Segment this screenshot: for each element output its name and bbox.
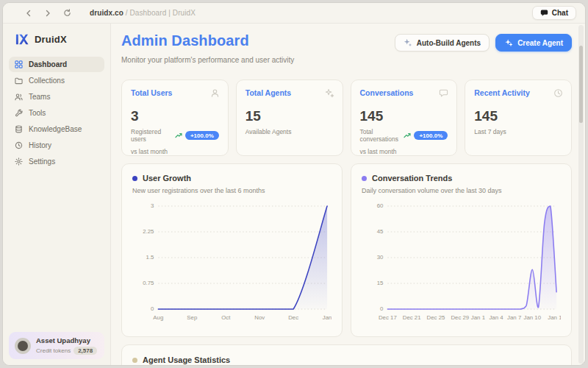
chat-button[interactable]: Chat xyxy=(532,6,576,20)
svg-text:30: 30 xyxy=(377,254,384,261)
stat-value: 3 xyxy=(131,108,219,124)
svg-text:Jan 4: Jan 4 xyxy=(489,314,503,321)
conversation-trends-card: Conversation Trends Daily conversation v… xyxy=(351,163,572,337)
forward-icon[interactable] xyxy=(38,10,57,17)
sidebar: DruidX Dashboard Collections Teams Too xyxy=(3,24,111,365)
svg-text:60: 60 xyxy=(377,202,384,209)
knowledgebase-icon xyxy=(15,125,23,133)
svg-text:Dec 25: Dec 25 xyxy=(427,314,445,321)
user-growth-title: User Growth xyxy=(143,174,191,183)
auto-build-agents-label: Auto-Build Agents xyxy=(417,39,481,47)
stat-value: 15 xyxy=(245,108,334,124)
conversation-trends-title: Conversation Trends xyxy=(372,174,452,183)
sidebar-item-tools[interactable]: Tools xyxy=(9,105,104,121)
breadcrumb-path: / Dashboard | DruidX xyxy=(123,9,196,17)
brand-name: DruidX xyxy=(35,34,67,45)
svg-text:0: 0 xyxy=(151,305,154,312)
svg-text:Jan: Jan xyxy=(323,314,331,321)
stat-sub: Total conversations xyxy=(360,128,401,143)
sidebar-item-collections[interactable]: Collections xyxy=(9,73,104,88)
dashboard-icon xyxy=(15,60,23,68)
svg-text:Jan 7: Jan 7 xyxy=(507,314,521,321)
svg-text:Oct: Oct xyxy=(221,314,231,321)
svg-text:15: 15 xyxy=(377,280,384,286)
breadcrumb-domain: druidx.co xyxy=(90,9,123,17)
charts-row: User Growth New user registrations over … xyxy=(121,163,572,337)
conversation-trends-subtitle: Daily conversation volume over the last … xyxy=(362,187,561,194)
breadcrumb: druidx.co / Dashboard | DruidX xyxy=(90,9,196,17)
svg-text:Jan 1: Jan 1 xyxy=(471,314,486,321)
stat-badge: +100.0% xyxy=(185,131,219,140)
svg-text:Sep: Sep xyxy=(187,314,198,321)
main-content: Admin Dashboard Monitor your platform's … xyxy=(111,24,585,365)
sidebar-item-label: History xyxy=(29,141,51,149)
agent-usage-card: Agent Usage Statistics xyxy=(121,344,572,365)
users-icon xyxy=(210,88,220,98)
stat-sub: Last 7 days xyxy=(474,128,562,135)
svg-text:0: 0 xyxy=(380,305,384,312)
sidebar-item-knowledgebase[interactable]: KnowledgeBase xyxy=(9,121,104,137)
create-agent-button[interactable]: Create Agent xyxy=(495,34,572,52)
svg-text:1.5: 1.5 xyxy=(146,254,154,261)
user-growth-subtitle: New user registrations over the last 6 m… xyxy=(132,187,331,194)
stat-card-total-agents: Total Agents 15 Available Agents xyxy=(236,79,343,156)
conversation-trends-chart: 015304560Dec 17Dec 21Dec 25Dec 29Jan 1Ja… xyxy=(362,199,561,325)
svg-text:Dec 17: Dec 17 xyxy=(379,314,397,321)
agent-usage-title: Agent Usage Statistics xyxy=(143,355,230,364)
sidebar-item-label: KnowledgeBase xyxy=(29,125,82,133)
scrollbar-track[interactable] xyxy=(578,25,584,364)
stat-value: 145 xyxy=(474,108,562,124)
sidebar-item-dashboard[interactable]: Dashboard xyxy=(9,57,104,72)
svg-text:2.25: 2.25 xyxy=(143,228,154,235)
page-subtitle: Monitor your platform's performance and … xyxy=(121,56,294,64)
user-card[interactable]: Asset Upadhyay Credit tokens 2,578 xyxy=(9,332,104,359)
settings-icon xyxy=(15,158,23,166)
svg-text:Dec 21: Dec 21 xyxy=(403,314,421,321)
svg-text:45: 45 xyxy=(377,228,384,235)
brand[interactable]: DruidX xyxy=(9,31,104,57)
sidebar-item-label: Settings xyxy=(29,158,55,166)
sidebar-item-history[interactable]: History xyxy=(9,138,104,153)
user-growth-chart: 00.751.52.253AugSepOctNovDecJan xyxy=(132,199,331,325)
svg-text:Dec 29: Dec 29 xyxy=(451,314,469,321)
chat-bubble-icon xyxy=(540,9,548,17)
teams-icon xyxy=(15,93,23,101)
svg-text:Dec: Dec xyxy=(288,314,298,321)
app-window: druidx.co / Dashboard | DruidX Chat Drui… xyxy=(2,2,586,366)
sidebar-menu: Dashboard Collections Teams Tools Knowle… xyxy=(9,57,104,169)
user-growth-dot xyxy=(132,176,137,181)
stat-title: Total Users xyxy=(131,88,219,97)
sidebar-item-settings[interactable]: Settings xyxy=(9,154,104,169)
auto-build-agents-button[interactable]: Auto-Build Agents xyxy=(395,34,490,52)
tools-icon xyxy=(15,109,23,117)
user-growth-card: User Growth New user registrations over … xyxy=(121,163,343,337)
credit-tokens-label: Credit tokens xyxy=(36,347,71,354)
scrollbar-thumb[interactable] xyxy=(579,46,583,123)
svg-text:Nov: Nov xyxy=(254,314,265,321)
refresh-icon[interactable] xyxy=(57,9,76,17)
stat-title: Conversations xyxy=(360,88,448,97)
stat-value: 145 xyxy=(360,108,448,124)
back-icon[interactable] xyxy=(19,10,38,17)
sidebar-item-label: Teams xyxy=(29,93,50,101)
stat-sub: Available Agents xyxy=(245,128,334,135)
clock-icon xyxy=(553,88,563,98)
svg-text:3: 3 xyxy=(151,202,154,209)
svg-text:0.75: 0.75 xyxy=(143,280,154,286)
stat-badge: +100.0% xyxy=(414,131,448,140)
conversation-trends-dot xyxy=(362,176,367,181)
create-agent-label: Create Agent xyxy=(517,39,563,47)
stats-row: Total Users 3 Registered users +100.0% v… xyxy=(121,79,572,156)
stat-sub: Registered users xyxy=(131,128,172,143)
stat-card-recent-activity: Recent Activity 145 Last 7 days xyxy=(465,79,572,156)
sidebar-item-label: Collections xyxy=(29,77,65,85)
sidebar-item-label: Dashboard xyxy=(29,60,67,68)
sidebar-item-teams[interactable]: Teams xyxy=(9,89,104,105)
chat-outline-icon xyxy=(439,88,448,98)
stat-title: Recent Activity xyxy=(474,88,562,97)
stat-footnote: vs last month xyxy=(131,148,219,155)
stat-title: Total Agents xyxy=(245,88,334,97)
avatar xyxy=(15,338,31,354)
browser-topbar: druidx.co / Dashboard | DruidX Chat xyxy=(3,3,585,24)
svg-text:Aug: Aug xyxy=(153,314,163,321)
